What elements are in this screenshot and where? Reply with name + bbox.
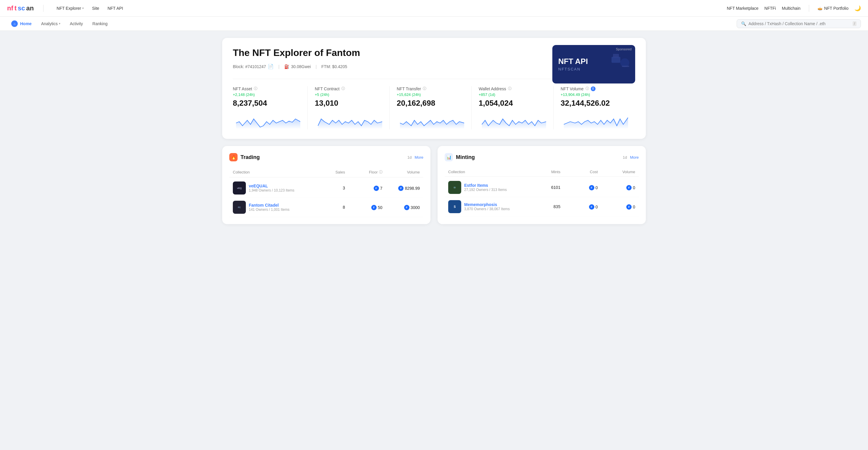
nav-multichain[interactable]: Multichain	[782, 6, 801, 11]
minting-name-0[interactable]: Estfor Items	[464, 183, 507, 188]
meta-sep-1: |	[278, 64, 280, 69]
bar-chart-icon: 📊	[445, 153, 453, 161]
sales-0: 3	[308, 186, 345, 190]
floor-info-icon[interactable]: ⓘ	[379, 170, 382, 175]
mint-volume-badge-1: F 0	[626, 204, 635, 210]
trading-row-0: vEQ veEQUAL 1,948 Owners / 10,123 Items …	[229, 179, 423, 198]
analytics-chevron-icon: ▾	[59, 22, 60, 25]
minting-name-1[interactable]: Mememorphosis	[464, 202, 510, 207]
cost-0: F 0	[560, 185, 598, 190]
ftm-icon-mvol-0: F	[626, 185, 631, 190]
th-collection-trading: Collection	[233, 170, 308, 175]
stat-label-0: NFT Asset ⓘ	[233, 86, 300, 91]
trading-controls: 1d More	[407, 155, 423, 159]
volume-0: F 8298.99	[382, 185, 420, 191]
collection-img-0: vEQ	[233, 181, 246, 194]
minting-sub-0: 27,192 Owners / 313 Items	[464, 188, 507, 192]
sponsored-banner[interactable]: Sponsored NFT API NFTSCAN	[552, 45, 635, 84]
info-icon-2[interactable]: ⓘ	[423, 86, 426, 91]
search-input[interactable]	[748, 21, 850, 26]
stat-change-3: +857 (1d)	[479, 92, 546, 97]
nav-ranking[interactable]: Ranking	[88, 20, 112, 28]
stat-value-2: 20,162,698	[397, 98, 464, 108]
search-bar[interactable]: 🔍 /	[737, 19, 861, 28]
cost-badge-0: F 0	[589, 185, 598, 190]
stat-change-2: +15,624 (24h)	[397, 92, 464, 97]
collection-cell-1: FC Fantom Citadel 141 Owners / 1,001 Ite…	[233, 201, 308, 214]
trading-card: 🔥 Trading 1d More Collection Sales Floor…	[222, 146, 430, 224]
minting-collection-cell-0: EI Estfor Items 27,192 Owners / 313 Item…	[448, 181, 523, 194]
ftm-label: FTM: $0.4205	[321, 64, 347, 69]
mint-volume-1: F 0	[598, 204, 635, 210]
nav-home[interactable]: ⌂ Home	[7, 19, 36, 29]
main-content: The NFT Explorer of Fantom Block: #74101…	[215, 31, 653, 231]
trading-header: 🔥 Trading 1d More	[229, 153, 423, 161]
stat-value-3: 1,054,024	[479, 98, 546, 108]
minting-info-0: Estfor Items 27,192 Owners / 313 Items	[464, 183, 507, 192]
nav-analytics[interactable]: Analytics ▾	[37, 20, 64, 28]
nav-activity[interactable]: Activity	[66, 20, 87, 28]
collection-info-0: veEQUAL 1,948 Owners / 10,123 Items	[249, 184, 294, 192]
top-bar-left: nftscan NFT Explorer ▾ Site NFT API	[7, 4, 127, 12]
trading-period: 1d	[407, 155, 411, 159]
sponsored-label: Sponsored	[616, 48, 631, 51]
top-divider-right	[809, 5, 809, 12]
mints-0: 6101	[523, 185, 560, 190]
minting-info-1: Mememorphosis 3,870 Owners / 38,067 Item…	[464, 202, 510, 211]
hero-card: The NFT Explorer of Fantom Block: #74101…	[222, 38, 646, 139]
ftm-price: FTM: $0.4205	[321, 64, 347, 69]
minting-sub-1: 3,870 Owners / 38,067 Items	[464, 207, 510, 211]
fire-icon: 🔥	[229, 153, 238, 161]
info-icon-0[interactable]: ⓘ	[254, 86, 257, 91]
nav-nftfi[interactable]: NFTFi	[765, 6, 776, 11]
nav-site[interactable]: Site	[89, 4, 103, 12]
search-slash: /	[852, 21, 857, 26]
nav-nft-marketplace[interactable]: NFT Marketplace	[727, 6, 758, 11]
th-volume-minting: Volume	[598, 170, 635, 174]
info-icon-1[interactable]: ⓘ	[341, 86, 345, 91]
gas-label: 30.08Gwei	[291, 64, 311, 69]
top-bar: nftscan NFT Explorer ▾ Site NFT API NFT …	[0, 0, 868, 17]
info-icon-3[interactable]: ⓘ	[508, 86, 512, 91]
nav-nft-api[interactable]: NFT API	[104, 4, 127, 12]
minting-img-0: EI	[448, 181, 461, 194]
stat-nft-volume: NFT Volume ⓘ 8 +13,904.49 (24h) 32,144,5…	[554, 86, 635, 129]
cost-1: F 0	[560, 204, 598, 210]
cost-badge-1: F 0	[589, 204, 598, 210]
nav-nft-portfolio[interactable]: 🥧 NFT Portfolio	[817, 6, 848, 11]
minting-header: 📊 Minting 1d More	[445, 153, 639, 161]
nav-left: ⌂ Home Analytics ▾ Activity Ranking	[7, 19, 112, 29]
minting-row-1: S Mememorphosis 3,870 Owners / 38,067 It…	[445, 197, 639, 216]
ftm-icon-mvol-1: F	[626, 204, 631, 210]
volume-badge-0: F 8298.99	[398, 186, 420, 191]
svg-rect-1	[613, 54, 619, 57]
mints-1: 835	[523, 204, 560, 209]
top-bar-right: NFT Marketplace NFTFi Multichain 🥧 NFT P…	[727, 5, 861, 12]
collection-name-0[interactable]: veEQUAL	[249, 184, 294, 188]
chart-nft-contract	[315, 111, 382, 128]
info-icon-4[interactable]: ⓘ	[586, 86, 589, 91]
volume-badge-1: F 3000	[404, 205, 420, 210]
chart-nft-volume	[561, 111, 628, 128]
volume-1: F 3000	[382, 205, 420, 210]
theme-toggle-icon[interactable]: 🌙	[855, 5, 861, 11]
stat-value-4: 32,144,526.02	[561, 98, 628, 108]
mint-volume-badge-0: F 0	[626, 185, 635, 190]
meta-sep-2: |	[316, 64, 317, 69]
ftm-icon-floor-0: F	[374, 186, 379, 191]
stat-wallet-address: Wallet Address ⓘ +857 (1d) 1,054,024	[472, 86, 554, 129]
minting-card: 📊 Minting 1d More Collection Mints Cost	[438, 146, 646, 224]
nav-bar: ⌂ Home Analytics ▾ Activity Ranking 🔍 /	[0, 17, 868, 31]
stat-nft-asset: NFT Asset ⓘ +2,148 (24h) 8,237,504	[233, 86, 308, 129]
nav-nft-explorer[interactable]: NFT Explorer ▾	[53, 4, 87, 12]
trading-table-header: Collection Sales Floor ⓘ Volume	[229, 167, 423, 177]
logo[interactable]: nftscan	[7, 4, 34, 12]
trading-title: 🔥 Trading	[229, 153, 260, 161]
collection-name-1[interactable]: Fantom Citadel	[249, 203, 289, 208]
minting-more-link[interactable]: More	[630, 155, 639, 159]
svg-rect-3	[622, 66, 629, 67]
collection-cell-0: vEQ veEQUAL 1,948 Owners / 10,123 Items	[233, 181, 308, 194]
stat-change-4: +13,904.49 (24h)	[561, 92, 628, 97]
th-sales: Sales	[308, 170, 345, 175]
trading-more-link[interactable]: More	[414, 155, 423, 159]
